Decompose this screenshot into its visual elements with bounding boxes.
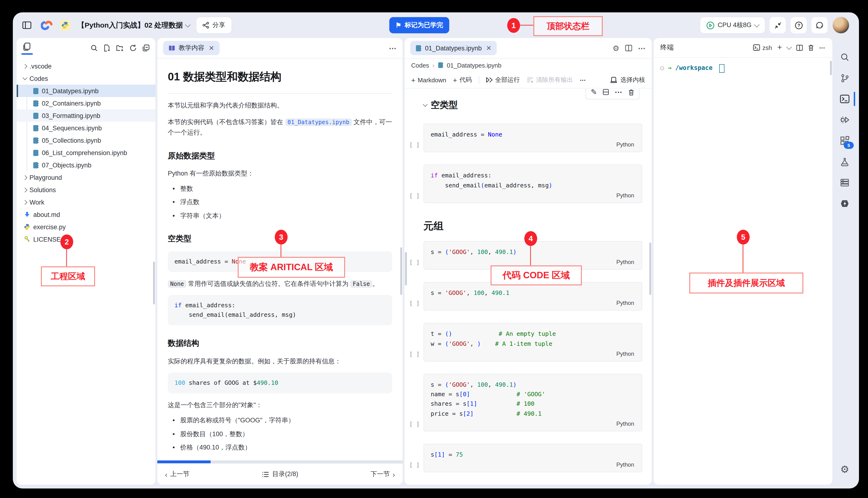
prev-section-button[interactable]: ‹上一节 (165, 470, 189, 479)
cell-language[interactable]: Python (431, 140, 635, 149)
cell-more-icon[interactable]: ⋯ (615, 89, 623, 96)
markdown-heading-tuple: 元组 (423, 219, 642, 233)
split-cell-icon[interactable] (603, 89, 609, 95)
notebook-left-scrollbar[interactable] (405, 252, 407, 285)
mark-complete-button[interactable]: ⚑ 标记为已学完 (389, 17, 449, 33)
code-cell[interactable]: [ ] email_address = NonePython (423, 124, 642, 153)
terminal-view-icon[interactable] (834, 89, 855, 109)
code-cell[interactable]: [ ] s = 'GOOG', 100, 490.1Python (423, 282, 642, 311)
source-control-icon[interactable] (834, 67, 855, 89)
list-item: 浮点数 (173, 197, 392, 207)
run-debug-icon[interactable] (834, 109, 855, 130)
code-cell[interactable]: [ ] s[1] = 75Python (423, 444, 642, 473)
cell-language[interactable]: Python (431, 190, 635, 200)
cell-language[interactable]: Python (431, 298, 635, 308)
tree-item-about-md[interactable]: about.md (17, 208, 155, 221)
help-button[interactable]: ? (790, 17, 807, 33)
edit-cell-icon[interactable]: ✎ (591, 89, 597, 96)
tree-item-01-datatypes[interactable]: 01_Datatypes.ipynb (17, 85, 155, 97)
close-icon[interactable]: ✕ (486, 44, 491, 52)
thunder-extension-icon[interactable] (834, 193, 855, 214)
code-cell[interactable]: [ ] s = ('GOOG', 100, 490.1)name = s[0] … (423, 374, 642, 431)
tree-item-04-sequences[interactable]: 04_Sequences.ipynb (17, 122, 155, 134)
server-stack-icon[interactable] (834, 172, 855, 193)
collapse-window-button[interactable] (770, 17, 786, 33)
chevron-down-icon[interactable] (786, 44, 792, 50)
next-section-button[interactable]: 下一节› (370, 470, 395, 479)
user-avatar[interactable] (832, 17, 850, 34)
annotation-label-3: 教案 ARITICAL 区域 (238, 257, 345, 278)
lesson-scrollbar[interactable] (400, 247, 402, 295)
collapse-all-icon[interactable] (142, 44, 150, 52)
python-file-icon (24, 224, 30, 230)
run-all-button[interactable]: 全部运行 (486, 76, 520, 84)
toc-button[interactable]: 目录(2/8) (262, 470, 298, 479)
add-markdown-button[interactable]: +Markdown (411, 76, 446, 84)
new-folder-icon[interactable] (116, 44, 124, 52)
code-cell[interactable]: [ ] if email_address: send_email(email_a… (423, 165, 642, 203)
refresh-icon[interactable] (129, 44, 137, 52)
terminal-more-button[interactable]: ⋯ (819, 44, 826, 51)
select-kernel-button[interactable]: 选择内核 (610, 76, 645, 84)
collapse-section-icon[interactable] (423, 102, 428, 107)
split-editor-icon[interactable] (625, 45, 632, 51)
tree-item-07-objects[interactable]: 07_Objects.ipynb (17, 159, 155, 171)
notebook-more-button[interactable]: ⋯ (638, 43, 646, 53)
shell-badge[interactable]: zsh (753, 44, 772, 51)
lesson-paragraph: Python 有一些原始数据类型： (168, 168, 392, 179)
search-view-icon[interactable] (834, 47, 855, 67)
machine-spec-selector[interactable]: CPU 4核8G (700, 17, 765, 33)
annotation-label-4: 代码 CODE 区域 (491, 265, 582, 285)
tree-item-05-collections[interactable]: 05_Collections.ipynb (17, 134, 155, 146)
toolbar-more-button[interactable]: ⋯ (580, 76, 586, 83)
tree-item-02-containers[interactable]: 02_Containers.ipynb (17, 97, 155, 109)
kill-terminal-icon[interactable] (808, 44, 814, 51)
delete-cell-icon[interactable] (628, 89, 634, 95)
tree-item-06-list-comprehension[interactable]: 06_List_comprehension.ipynb (17, 146, 155, 159)
execution-count: [ ] (409, 462, 420, 469)
clear-outputs-button[interactable]: 清除所有输出 (527, 76, 573, 84)
notebook-scrollbar[interactable] (649, 243, 651, 295)
sidebar-toggle-icon[interactable] (22, 22, 31, 29)
kernel-icon (610, 77, 617, 83)
close-icon[interactable]: ✕ (209, 44, 214, 52)
share-button[interactable]: 分享 (196, 17, 231, 33)
settings-gear-icon[interactable]: ⚙ (834, 459, 855, 480)
feedback-chat-button[interactable] (811, 17, 828, 33)
lesson-footer: ‹上一节 目录(2/8) 下一节› (157, 463, 403, 485)
new-terminal-button[interactable]: + (777, 43, 782, 52)
course-title[interactable]: 【Python入门实战】02 处理数据 (78, 21, 189, 30)
execution-count: [ ] (409, 142, 420, 149)
cell-language[interactable]: Python (431, 459, 635, 470)
lesson-paragraph: 本节以元组和字典为代表介绍数据结构。 (168, 100, 392, 110)
tree-item-exercise-py[interactable]: exercise.py (17, 221, 155, 233)
tab-teaching-content[interactable]: 教学内容 ✕ (163, 41, 219, 55)
new-file-icon[interactable] (103, 44, 111, 52)
list-item: 价格（490.10，浮点数） (173, 442, 392, 453)
code-cell[interactable]: [ ] t = () # An empty tuplew = ('GOOG', … (423, 323, 642, 362)
run-all-icon (486, 77, 492, 83)
tree-item-license-md[interactable]: LICENSE.md (17, 233, 155, 246)
notebook-settings-icon[interactable]: ⚙ (612, 43, 619, 53)
testing-icon[interactable] (834, 151, 855, 172)
tab-notebook[interactable]: 01_Datatypes.ipynb ✕ (410, 41, 497, 55)
tree-item-03-formatting[interactable]: 03_Formatting.ipynb (17, 109, 155, 122)
cell-language[interactable]: Python (431, 419, 635, 429)
lesson-more-button[interactable]: ⋯ (389, 43, 397, 53)
sidebar-scrollbar[interactable] (153, 262, 155, 304)
breadcrumb[interactable]: Codes› 01_Datatypes.ipynb (405, 58, 652, 72)
tree-item-playground[interactable]: Playground (17, 171, 155, 184)
add-code-button[interactable]: +代码 (453, 76, 472, 84)
tree-item-work[interactable]: Work (17, 196, 155, 208)
reading-progress-bar[interactable] (157, 460, 403, 463)
tree-item-codes[interactable]: Codes (17, 72, 155, 85)
split-terminal-icon[interactable] (796, 44, 803, 51)
tree-item-solutions[interactable]: Solutions (17, 184, 155, 196)
explorer-view-icon[interactable] (22, 42, 31, 54)
tree-item-vscode[interactable]: .vscode (17, 60, 155, 72)
cell-language[interactable]: Python (431, 349, 635, 359)
notebook-file-icon (33, 161, 39, 169)
extensions-icon[interactable]: 5 (834, 130, 855, 151)
search-files-icon[interactable] (90, 44, 98, 52)
terminal-scrollbar[interactable] (830, 61, 832, 75)
